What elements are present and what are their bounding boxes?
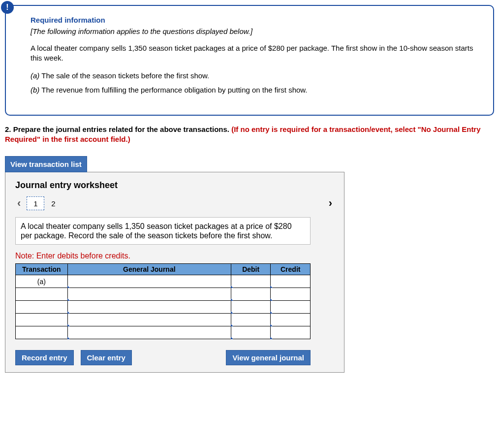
instruction-text: Prepare the journal entries related for … (11, 125, 232, 133)
cell-debit-input[interactable] (231, 288, 271, 301)
scenario-item-b: (b) The revenue from fulfilling the perf… (31, 86, 478, 94)
chevron-left-icon[interactable]: ‹ (15, 197, 23, 210)
cell-transaction: (a) (16, 275, 68, 288)
clear-entry-button[interactable]: Clear entry (81, 350, 132, 365)
cell-debit-input[interactable] (231, 275, 271, 288)
cell-debit-input[interactable] (231, 314, 271, 326)
cell-transaction (16, 288, 68, 301)
instruction-number: 2. (5, 125, 11, 133)
cell-debit-input[interactable] (231, 301, 271, 314)
cell-transaction (16, 326, 68, 339)
cell-account-select[interactable] (67, 314, 231, 326)
item-b-label: (b) (31, 86, 39, 94)
cell-credit-input[interactable] (271, 326, 311, 339)
transaction-prompt: A local theater company sells 1,350 seas… (15, 217, 311, 245)
view-transaction-list-button[interactable]: View transaction list (5, 156, 87, 172)
col-transaction: Transaction (16, 264, 68, 275)
chevron-right-icon[interactable]: › (327, 197, 334, 210)
journal-entry-worksheet: Journal entry worksheet ‹ 1 2 › A local … (5, 172, 344, 373)
cell-credit-input[interactable] (271, 314, 311, 326)
scenario-paragraph: A local theater company sells 1,350 seas… (31, 43, 478, 64)
table-row: (a) (16, 275, 311, 288)
cell-credit-input[interactable] (271, 301, 311, 314)
worksheet-button-row: Record entry Clear entry View general jo… (15, 350, 311, 365)
table-row (16, 314, 311, 326)
required-information-box: ! Required information [The following in… (5, 5, 494, 116)
cell-credit-input[interactable] (271, 288, 311, 301)
record-entry-button[interactable]: Record entry (15, 350, 74, 365)
table-row (16, 288, 311, 301)
required-subheading: [The following information applies to th… (31, 27, 478, 35)
cell-account-select[interactable] (67, 275, 231, 288)
item-a-text: The sale of the season tickets before th… (39, 71, 209, 80)
table-row (16, 326, 311, 339)
col-credit: Credit (271, 264, 311, 275)
alert-icon: ! (1, 1, 14, 14)
instruction-line: 2. Prepare the journal entries related f… (5, 125, 494, 145)
item-b-text: The revenue from fulfilling the performa… (39, 86, 307, 94)
journal-table: Transaction General Journal Debit Credit… (15, 263, 311, 339)
step-1-button[interactable]: 1 (27, 196, 44, 210)
step-2-button[interactable]: 2 (48, 199, 58, 208)
cell-transaction (16, 301, 68, 314)
cell-debit-input[interactable] (231, 326, 271, 339)
cell-account-select[interactable] (67, 301, 231, 314)
debits-before-credits-note: Note: Enter debits before credits. (15, 252, 334, 260)
table-row (16, 301, 311, 314)
worksheet-nav: ‹ 1 2 › (15, 196, 334, 210)
scenario-item-a: (a) The sale of the season tickets befor… (31, 71, 478, 80)
cell-account-select[interactable] (67, 288, 231, 301)
cell-account-select[interactable] (67, 326, 231, 339)
cell-transaction (16, 314, 68, 326)
cell-credit-input[interactable] (271, 275, 311, 288)
col-debit: Debit (231, 264, 271, 275)
item-a-label: (a) (31, 71, 39, 80)
worksheet-title: Journal entry worksheet (15, 180, 334, 191)
col-general-journal: General Journal (67, 264, 231, 275)
required-heading: Required information (31, 16, 478, 24)
view-general-journal-button[interactable]: View general journal (226, 350, 311, 365)
